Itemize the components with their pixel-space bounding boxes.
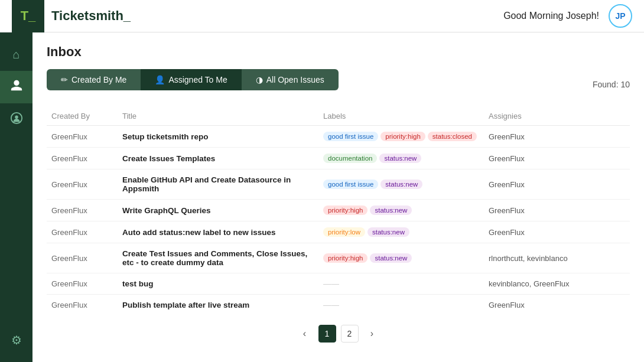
label-badge: documentation bbox=[323, 154, 377, 163]
avatar[interactable]: JP bbox=[609, 4, 632, 28]
labels-cell: documentationstatus:new bbox=[318, 148, 484, 169]
topbar: T_ Ticketsmith_ Good Morning Joseph! JP bbox=[0, 0, 644, 32]
labels-cell: priority:highstatus:new bbox=[318, 200, 484, 221]
table-row[interactable]: GreenFluxCreate Test Issues and Comments… bbox=[47, 243, 630, 273]
pagination: ‹ 1 2 › bbox=[47, 315, 630, 347]
labels-cell: —— bbox=[318, 295, 484, 316]
title-cell[interactable]: Auto add status:new label to new issues bbox=[118, 221, 318, 243]
title-cell[interactable]: Create Test Issues and Comments, Close I… bbox=[118, 243, 318, 273]
created-by-cell: GreenFlux bbox=[47, 221, 118, 243]
col-title: Title bbox=[118, 107, 318, 126]
sidebar-item-profile[interactable] bbox=[0, 103, 32, 136]
sidebar: ⌂ ⚙ bbox=[0, 32, 32, 362]
app-title: Ticketsmith_ bbox=[51, 8, 503, 24]
label-badge: status:new bbox=[370, 253, 412, 263]
title-cell[interactable]: Enable GitHub API and Create Datasource … bbox=[118, 169, 318, 200]
sidebar-item-settings[interactable]: ⚙ bbox=[0, 324, 32, 356]
tab-created-by-me[interactable]: ✏ Created By Me bbox=[47, 69, 141, 90]
table-row[interactable]: GreenFluxPublish template after live str… bbox=[47, 295, 630, 316]
col-created-by: Created By bbox=[47, 107, 118, 126]
tab-assigned-to-me[interactable]: 👤 Assigned To Me bbox=[141, 69, 241, 90]
main-layout: ⌂ ⚙ Inbox bbox=[0, 32, 644, 362]
title-cell[interactable]: Create Issues Templates bbox=[118, 148, 318, 169]
tab-all-open-issues[interactable]: ◑ All Open Issues bbox=[242, 69, 339, 90]
logo-text: T_ bbox=[21, 8, 36, 24]
label-badge: status:new bbox=[380, 180, 422, 189]
empty-label: —— bbox=[323, 279, 339, 288]
assign-icon: 👤 bbox=[155, 75, 165, 84]
col-labels: Labels bbox=[318, 107, 484, 126]
assignees-cell: rlnorthcutt, kevinblanco bbox=[484, 243, 630, 273]
label-badge: status:new bbox=[367, 227, 409, 237]
sidebar-item-inbox[interactable] bbox=[0, 71, 32, 103]
content-area: Inbox ✏ Created By Me 👤 Assigned To Me ◑… bbox=[32, 32, 644, 362]
issues-table: Created By Title Labels Assignies GreenF… bbox=[47, 107, 630, 315]
label-badge: priority:low bbox=[323, 227, 365, 237]
page-2-button[interactable]: 2 bbox=[341, 325, 359, 343]
table-row[interactable]: GreenFluxSetup ticketsmith repogood firs… bbox=[47, 126, 630, 148]
created-by-cell: GreenFlux bbox=[47, 169, 118, 200]
table-header: Created By Title Labels Assignies bbox=[47, 107, 630, 126]
inbox-icon bbox=[10, 79, 23, 95]
svg-point-1 bbox=[15, 115, 18, 119]
table-row[interactable]: GreenFluxtest bug——kevinblanco, GreenFlu… bbox=[47, 273, 630, 295]
title-cell[interactable]: Write GraphQL Queries bbox=[118, 200, 318, 221]
circle-icon: ◑ bbox=[256, 75, 263, 84]
gear-icon: ⚙ bbox=[11, 333, 22, 347]
greeting-text: Good Morning Joseph! bbox=[503, 11, 599, 21]
tabs-row: ✏ Created By Me 👤 Assigned To Me ◑ All O… bbox=[47, 69, 630, 100]
assignees-cell: GreenFlux bbox=[484, 200, 630, 221]
title-cell[interactable]: test bug bbox=[118, 273, 318, 295]
profile-icon bbox=[10, 112, 23, 128]
label-badge: good first issue bbox=[323, 132, 378, 141]
table-row[interactable]: GreenFluxAuto add status:new label to ne… bbox=[47, 221, 630, 243]
labels-cell: —— bbox=[318, 273, 484, 295]
home-icon: ⌂ bbox=[12, 48, 19, 61]
label-badge: good first issue bbox=[323, 180, 378, 189]
assignees-cell: kevinblanco, GreenFlux bbox=[484, 273, 630, 295]
label-badge: priority:high bbox=[323, 253, 367, 263]
sidebar-item-home[interactable]: ⌂ bbox=[0, 38, 32, 71]
created-by-cell: GreenFlux bbox=[47, 295, 118, 316]
table-row[interactable]: GreenFluxWrite GraphQL Queriespriority:h… bbox=[47, 200, 630, 221]
created-by-cell: GreenFlux bbox=[47, 243, 118, 273]
found-count: Found: 10 bbox=[593, 75, 630, 94]
label-badge: status:new bbox=[379, 154, 421, 163]
labels-cell: priority:lowstatus:new bbox=[318, 221, 484, 243]
label-badge: status:closed bbox=[428, 132, 477, 141]
next-page-button[interactable]: › bbox=[363, 325, 381, 343]
title-cell[interactable]: Setup ticketsmith repo bbox=[118, 126, 318, 148]
created-by-cell: GreenFlux bbox=[47, 126, 118, 148]
logo-box: T_ bbox=[12, 0, 44, 32]
assignees-cell: GreenFlux bbox=[484, 169, 630, 200]
created-by-cell: GreenFlux bbox=[47, 200, 118, 221]
col-assignees: Assignies bbox=[484, 107, 630, 126]
assignees-cell: GreenFlux bbox=[484, 148, 630, 169]
pencil-icon: ✏ bbox=[61, 75, 68, 84]
created-by-cell: GreenFlux bbox=[47, 273, 118, 295]
label-badge: priority:high bbox=[323, 206, 367, 215]
page-1-button[interactable]: 1 bbox=[318, 325, 336, 343]
labels-cell: priority:highstatus:new bbox=[318, 243, 484, 273]
created-by-cell: GreenFlux bbox=[47, 148, 118, 169]
title-cell[interactable]: Publish template after live stream bbox=[118, 295, 318, 316]
table-body: GreenFluxSetup ticketsmith repogood firs… bbox=[47, 126, 630, 316]
assignees-cell: GreenFlux bbox=[484, 221, 630, 243]
table-row[interactable]: GreenFluxCreate Issues Templatesdocument… bbox=[47, 148, 630, 169]
assignees-cell: GreenFlux bbox=[484, 126, 630, 148]
table-row[interactable]: GreenFluxEnable GitHub API and Create Da… bbox=[47, 169, 630, 200]
page-title: Inbox bbox=[47, 44, 630, 60]
labels-cell: good first issuepriority:highstatus:clos… bbox=[318, 126, 484, 148]
label-badge: status:new bbox=[370, 206, 412, 215]
label-badge: priority:high bbox=[380, 132, 425, 141]
assignees-cell: GreenFlux bbox=[484, 295, 630, 316]
empty-label: —— bbox=[323, 301, 339, 309]
labels-cell: good first issuestatus:new bbox=[318, 169, 484, 200]
tabs-container: ✏ Created By Me 👤 Assigned To Me ◑ All O… bbox=[47, 69, 339, 90]
prev-page-button[interactable]: ‹ bbox=[296, 325, 314, 343]
